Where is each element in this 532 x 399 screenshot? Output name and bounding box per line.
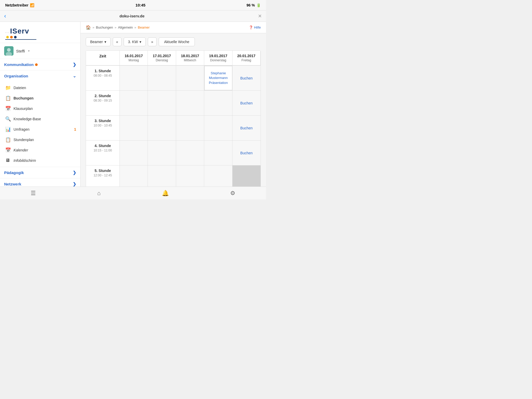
sidebar-item-knowledge[interactable]: 🔍 Knowledge-Base bbox=[0, 114, 80, 124]
dateien-icon: 📁 bbox=[5, 85, 11, 91]
sidebar-item-umfragen[interactable]: 📊 Umfragen 1 bbox=[0, 124, 80, 135]
stundenplan-label: Stundenplan bbox=[14, 138, 76, 142]
knowledge-label: Knowledge-Base bbox=[14, 117, 76, 121]
logo-dot-yellow bbox=[6, 36, 9, 38]
header-fri-day: Freitag bbox=[235, 58, 258, 62]
paedagogik-header[interactable]: Pädagogik ❯ bbox=[0, 167, 80, 178]
breadcrumb-buchungen[interactable]: Buchungen bbox=[96, 25, 113, 29]
header-mon-day: Montag bbox=[122, 58, 145, 62]
cell-1-fri[interactable]: Buchen bbox=[232, 66, 261, 90]
cell-1-thu[interactable]: StephanieMustermannPräsentation bbox=[204, 66, 232, 90]
time-4: 10:15 - 11:00 bbox=[89, 149, 117, 152]
logo-dot-orange bbox=[10, 36, 13, 38]
cell-3-thu bbox=[204, 116, 232, 140]
help-icon: ❓ bbox=[249, 25, 253, 29]
kommunikation-label: Kommunikation bbox=[4, 62, 34, 67]
battery-icon: 🔋 bbox=[256, 3, 261, 7]
paedagogik-arrow: ❯ bbox=[73, 170, 76, 175]
home-icon[interactable]: ⌂ bbox=[89, 188, 108, 199]
stunde-4: 4. Stunde bbox=[89, 144, 117, 148]
cell-4-wed bbox=[176, 141, 204, 165]
header-fri-date: 20.01.2017 bbox=[235, 54, 258, 58]
status-time: 10:45 bbox=[136, 3, 145, 7]
nav-section-netzwerk: Netzwerk ❯ bbox=[0, 178, 80, 187]
netzwerk-header[interactable]: Netzwerk ❯ bbox=[0, 178, 80, 187]
main-layout: ··· IServ Steffi ▾ bbox=[0, 22, 266, 187]
sidebar-item-klausurplan[interactable]: 📅 Klausurplan bbox=[0, 103, 80, 114]
stundenplan-icon: 📋 bbox=[5, 137, 11, 143]
paedagogik-label: Pädagogik bbox=[4, 170, 24, 175]
cell-2-mon bbox=[120, 91, 148, 115]
header-zeit: Zeit bbox=[86, 51, 120, 65]
calendar-toolbar: Beamer ▾ « 3. KW ▾ » Aktuelle Woche bbox=[81, 33, 266, 50]
aktuelle-woche-button[interactable]: Aktuelle Woche bbox=[159, 37, 195, 46]
umfragen-icon: 📊 bbox=[5, 127, 11, 132]
table-row: 1. Stunde 08:00 - 08:45 StephanieMusterm… bbox=[86, 66, 261, 91]
table-row: 5. Stunde 12:00 - 12:45 bbox=[86, 165, 261, 187]
user-row[interactable]: Steffi ▾ bbox=[0, 43, 80, 59]
kalender-icon: 📅 bbox=[5, 147, 11, 153]
buchen-4-fri[interactable]: Buchen bbox=[240, 151, 252, 155]
cell-1-mon bbox=[120, 66, 148, 90]
booking-text-1: StephanieMustermannPräsentation bbox=[209, 71, 228, 85]
cell-2-fri[interactable]: Buchen bbox=[232, 91, 261, 115]
beamer-dropdown-icon: ▾ bbox=[104, 40, 106, 44]
week-dropdown-button[interactable]: 3. KW ▾ bbox=[124, 37, 146, 46]
buchen-3-fri[interactable]: Buchen bbox=[240, 126, 252, 130]
gear-icon[interactable]: ⚙ bbox=[222, 188, 243, 199]
sep3: » bbox=[134, 25, 136, 29]
prev-week-button[interactable]: « bbox=[113, 37, 122, 46]
home-icon[interactable]: 🏠 bbox=[86, 25, 91, 30]
time-1: 08:00 - 08:45 bbox=[89, 74, 117, 77]
sidebar-item-buchungen[interactable]: 📋 Buchungen bbox=[0, 93, 80, 103]
kalender-label: Kalender bbox=[14, 148, 76, 152]
sep1: » bbox=[92, 25, 94, 29]
organisation-header[interactable]: Organisation ⌄ bbox=[0, 70, 80, 82]
stunde-5: 5. Stunde bbox=[89, 169, 117, 173]
cell-3-fri[interactable]: Buchen bbox=[232, 116, 261, 140]
header-tue-date: 17.01.2017 bbox=[150, 54, 174, 58]
header-tue-day: Dienstag bbox=[150, 58, 174, 62]
dropdown-icon[interactable]: ▾ bbox=[28, 49, 30, 53]
help-link[interactable]: ❓ Hilfe bbox=[249, 25, 261, 29]
cell-2-tue bbox=[148, 91, 176, 115]
week-label: 3. KW bbox=[128, 40, 138, 44]
cell-2-thu bbox=[204, 91, 232, 115]
time-2: 08:30 - 09:15 bbox=[89, 99, 117, 102]
calendar-grid: Zeit 16.01.2017 Montag 17.01.2017 Dienst… bbox=[86, 50, 261, 187]
sidebar-item-stundenplan[interactable]: 📋 Stundenplan bbox=[0, 135, 80, 145]
infobildschirm-label: Infobildschirm bbox=[14, 158, 76, 163]
kommunikation-arrow: ❯ bbox=[73, 62, 76, 67]
logo-text: IServ bbox=[10, 27, 29, 35]
infobildschirm-icon: 🖥 bbox=[5, 158, 11, 163]
buchen-2-fri[interactable]: Buchen bbox=[240, 101, 252, 105]
breadcrumb-allgemein[interactable]: Allgemein bbox=[118, 25, 133, 29]
back-button[interactable]: ‹ bbox=[4, 13, 6, 19]
cell-5-tue bbox=[148, 165, 176, 187]
cell-4-fri[interactable]: Buchen bbox=[232, 141, 261, 165]
close-button[interactable]: ✕ bbox=[258, 13, 262, 19]
help-label: Hilfe bbox=[254, 25, 261, 29]
cell-5-wed bbox=[176, 165, 204, 187]
address-bar: ‹ doku-iserv.de ✕ bbox=[0, 10, 266, 22]
stunde-1: 1. Stunde bbox=[89, 69, 117, 73]
table-row: 4. Stunde 10:15 - 11:00 Buchen bbox=[86, 141, 261, 165]
stunde-2: 2. Stunde bbox=[89, 94, 117, 98]
table-row: 3. Stunde 10:00 - 10:45 Buchen bbox=[86, 116, 261, 141]
cell-4-thu bbox=[204, 141, 232, 165]
sidebar-item-kalender[interactable]: 📅 Kalender bbox=[0, 145, 80, 155]
time-cell-3: 3. Stunde 10:00 - 10:45 bbox=[86, 116, 120, 140]
menu-icon[interactable]: ☰ bbox=[23, 188, 44, 199]
beamer-dropdown-button[interactable]: Beamer ▾ bbox=[86, 37, 111, 46]
sidebar-item-infobildschirm[interactable]: 🖥 Infobildschirm bbox=[0, 155, 80, 166]
bell-icon[interactable]: 🔔 bbox=[154, 188, 177, 199]
buchen-1-fri[interactable]: Buchen bbox=[240, 76, 252, 80]
next-week-button[interactable]: » bbox=[148, 37, 157, 46]
sidebar-item-dateien[interactable]: 📁 Dateien bbox=[0, 83, 80, 93]
kommunikation-header[interactable]: Kommunikation ❯ bbox=[0, 59, 80, 70]
nav-section-organisation: Organisation ⌄ 📁 Dateien 📋 Buchungen 📅 K… bbox=[0, 70, 80, 167]
nav-items: 📁 Dateien 📋 Buchungen 📅 Klausurplan 🔍 Kn… bbox=[0, 82, 80, 167]
klausurplan-label: Klausurplan bbox=[14, 107, 76, 111]
time-5: 12:00 - 12:45 bbox=[89, 174, 117, 177]
breadcrumb-current: Beamer bbox=[138, 25, 150, 29]
